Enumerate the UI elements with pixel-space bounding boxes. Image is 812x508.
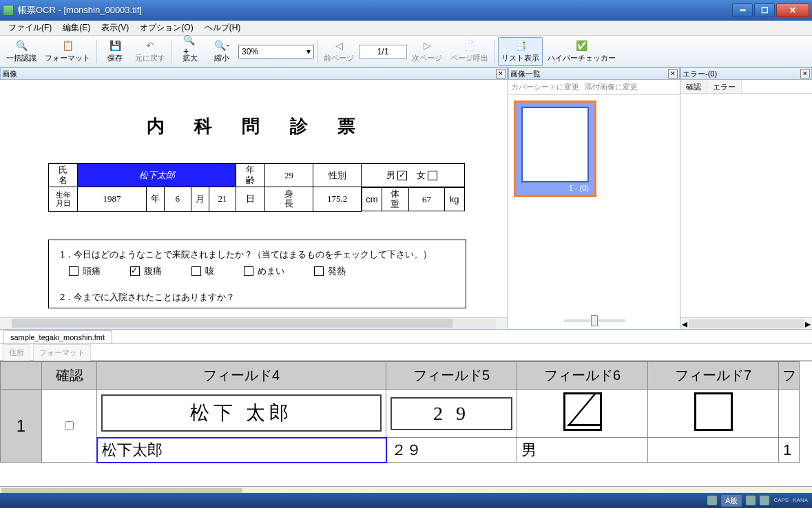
thumbnail-item[interactable]: 1 - (0) <box>514 100 596 197</box>
undo-button[interactable]: ↶元に戻す <box>132 37 169 66</box>
headache-label: 頭痛 <box>83 266 101 276</box>
col-field7[interactable]: フィールド7 <box>648 362 779 390</box>
save-button[interactable]: 💾保存 <box>100 37 130 66</box>
thumbnail-pane-title: 画像一覧 <box>510 69 541 79</box>
menu-option[interactable]: オプション(O) <box>134 21 198 35</box>
attach-image-button[interactable]: 添付画像に変更 <box>585 82 638 92</box>
recognize-label: 一括認識 <box>6 53 37 63</box>
listview-label: リスト表示 <box>501 53 539 63</box>
name-field[interactable]: 松下太郎 <box>78 164 236 187</box>
field6-value[interactable]: 男 <box>517 438 648 463</box>
hyper-label: ハイパーチェッカー <box>548 53 616 63</box>
page-indicator[interactable]: 1/1 <box>359 45 407 59</box>
field6-image <box>517 390 648 438</box>
dizzy-label: めまい <box>258 266 284 276</box>
app-icon <box>3 5 14 16</box>
zoomin-button[interactable]: 🔍+拡大 <box>175 37 205 66</box>
error-pane-header: エラー-(0) ✕ <box>680 67 812 80</box>
window-buttons: ━ ☐ ✕ <box>732 3 809 17</box>
menu-file[interactable]: ファイル(F) <box>3 21 57 35</box>
prev-label: 前ページ <box>324 53 354 63</box>
menu-edit[interactable]: 編集(E) <box>57 21 96 35</box>
zoomout-label: 縮小 <box>214 53 229 63</box>
birth-month: 6 <box>164 187 191 212</box>
ime-indicator[interactable]: A般 <box>721 495 742 507</box>
confirm-checkbox[interactable] <box>65 421 74 430</box>
field4-value[interactable]: 松下太郎 <box>97 438 386 463</box>
menu-bar: ファイル(F) 編集(E) 表示(V) オプション(O) ヘルプ(H) <box>0 21 812 36</box>
col-field6[interactable]: フィールド6 <box>517 362 648 390</box>
cover-sheet-button[interactable]: カバーシートに変更 <box>511 82 579 92</box>
error-col-confirm[interactable]: 確認 <box>680 80 707 93</box>
error-col-error[interactable]: エラー <box>707 80 742 93</box>
col-field4[interactable]: フィールド4 <box>97 362 386 390</box>
address-tab[interactable]: 住所 <box>3 344 30 361</box>
male-checkbox[interactable] <box>397 171 407 180</box>
menu-view[interactable]: 表示(V) <box>96 21 134 35</box>
headache-checkbox[interactable] <box>69 266 79 276</box>
height-label: 身 長 <box>265 187 313 212</box>
hyper-checker-button[interactable]: ✅ハイパーチェッカー <box>544 37 619 66</box>
hw-wrap: cm 体 重 67 kg <box>362 187 465 212</box>
field5-handwriting: 2 9 <box>391 397 512 430</box>
col-confirm[interactable]: 確認 <box>42 362 97 390</box>
error-list <box>680 94 812 317</box>
error-pane-title: エラー-(0) <box>683 69 717 79</box>
image-viewport[interactable]: 内 科 問 診 票 氏 名 松下太郎 年 齢 29 性別 男 女 <box>0 80 508 317</box>
field8-value[interactable]: 1 <box>779 438 800 463</box>
format-tab[interactable]: フォーマット <box>33 344 91 361</box>
window-title: 帳票OCR - [monshin_00003.tif] <box>18 4 732 17</box>
thumbnail-zoom-slider[interactable] <box>508 313 680 329</box>
pagecall-icon: 📄 <box>463 39 477 52</box>
weight-label: 体 重 <box>382 188 408 211</box>
error-columns: 確認 エラー <box>680 80 812 94</box>
height-field: 175.2 <box>313 187 362 212</box>
format-button[interactable]: 📋フォーマット <box>41 37 94 66</box>
next-label: 次ページ <box>412 53 442 63</box>
stomachache-checkbox[interactable] <box>130 266 140 276</box>
menu-help[interactable]: ヘルプ(H) <box>199 21 247 35</box>
female-checkbox[interactable] <box>428 171 437 180</box>
field5-image: 2 9 <box>386 390 517 438</box>
cm-unit: cm <box>362 188 382 211</box>
field5-value[interactable]: ２９ <box>386 438 517 463</box>
toolbar-separator <box>171 40 172 63</box>
fever-checkbox[interactable] <box>314 266 324 276</box>
zoom-select[interactable]: 30%▾ <box>238 45 314 59</box>
next-icon: ▷ <box>420 39 434 52</box>
minimize-button[interactable]: ━ <box>732 3 753 17</box>
month-unit: 月 <box>191 187 209 212</box>
close-icon[interactable]: ✕ <box>496 69 506 78</box>
file-tab[interactable]: sample_tegaki_monshin.fmt <box>3 330 112 343</box>
page-call-button[interactable]: 📄ページ呼出 <box>447 37 492 66</box>
sex-field: 男 女 <box>362 164 465 187</box>
prev-page-button[interactable]: ◁前ページ <box>320 37 357 66</box>
thumbnail-preview <box>521 107 589 182</box>
maximize-button[interactable]: ☐ <box>754 3 775 17</box>
field7-value[interactable] <box>648 438 779 463</box>
recognize-button[interactable]: 🔍一括認識 <box>3 37 40 66</box>
next-page-button[interactable]: ▷次ページ <box>408 37 446 66</box>
zoomin-icon: 🔍+ <box>183 39 197 52</box>
row-number[interactable]: 1 <box>1 390 42 463</box>
confirm-cell[interactable] <box>42 390 97 463</box>
dizzy-checkbox[interactable] <box>244 266 253 276</box>
save-icon: 💾 <box>108 39 122 52</box>
list-view-button[interactable]: 📑リスト表示 <box>498 37 543 66</box>
cough-checkbox[interactable] <box>191 266 201 276</box>
close-button[interactable]: ✕ <box>776 3 809 17</box>
undo-icon: ↶ <box>143 39 157 52</box>
image-h-scrollbar[interactable] <box>0 317 508 329</box>
image-pane-header: 画像 ✕ <box>0 67 508 80</box>
thumbnail-list: 1 - (0) <box>508 95 680 313</box>
col-field5[interactable]: フィールド5 <box>386 362 517 390</box>
zoomout-button[interactable]: 🔍-縮小 <box>207 37 237 66</box>
col-field8[interactable]: フ <box>779 362 800 390</box>
format-label: フォーマット <box>45 53 90 63</box>
thumbnail-number: 1 - (0) <box>521 182 589 192</box>
close-icon[interactable]: ✕ <box>800 69 810 78</box>
close-icon[interactable]: ✕ <box>668 69 678 78</box>
toolbar: 🔍一括認識 📋フォーマット 💾保存 ↶元に戻す 🔍+拡大 🔍-縮小 30%▾ ◁… <box>0 36 812 67</box>
question-box: 1．今日はどのようなことで来院されましたか？（当てはまるものをチェックして下さい… <box>48 240 466 308</box>
error-h-scrollbar[interactable]: ◂▸ <box>680 317 812 329</box>
